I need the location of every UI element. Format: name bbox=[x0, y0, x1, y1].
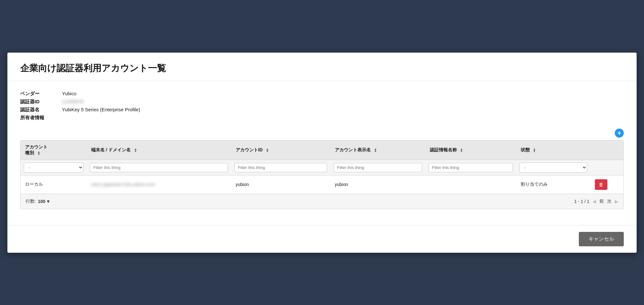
table-filter-row: - bbox=[21, 160, 623, 175]
delete-row-button[interactable]: 🗑 bbox=[595, 179, 607, 190]
filter-domain-input[interactable] bbox=[90, 163, 228, 172]
owner-row: 所有者情報 bbox=[20, 115, 624, 121]
sort-cert-name-icon: ▲▼ bbox=[460, 148, 463, 152]
filter-account-type-select[interactable]: - bbox=[24, 163, 83, 173]
col-header-account-id[interactable]: アカウントID ▲▼ bbox=[231, 140, 330, 160]
filter-status-select[interactable]: - bbox=[519, 163, 587, 173]
cell-action: 🗑 bbox=[590, 175, 623, 194]
cell-cert-name bbox=[425, 175, 516, 194]
modal-container: 企業向け認証器利用アカウント一覧 ベンダー Yubico 認証器ID 12345… bbox=[7, 53, 637, 253]
modal-header: 企業向け認証器利用アカウント一覧 bbox=[7, 53, 637, 81]
sort-domain-icon: ▲▼ bbox=[134, 148, 137, 152]
sort-account-type-icon: ▲▼ bbox=[37, 151, 40, 155]
cancel-button[interactable]: キャンセル bbox=[579, 232, 624, 246]
vendor-label: ベンダー bbox=[20, 91, 62, 97]
vendor-row: ベンダー Yubico bbox=[20, 91, 624, 97]
filter-domain-cell bbox=[87, 160, 231, 175]
rows-per-page-selector[interactable]: 100▼ bbox=[38, 199, 50, 204]
cell-status: 割り当てのみ bbox=[516, 175, 591, 194]
modal-footer: キャンセル bbox=[7, 225, 637, 253]
add-account-button[interactable]: + bbox=[615, 129, 624, 138]
filter-action-cell bbox=[590, 160, 623, 175]
rows-per-page: 行数: 100▼ bbox=[26, 199, 50, 204]
rows-per-page-value: 100 bbox=[38, 199, 45, 204]
pagination: 1 - 1 / 1 ◀ 前 次 ▶ bbox=[574, 199, 618, 204]
filter-account-type-cell: - bbox=[21, 160, 87, 175]
modal-body: ベンダー Yubico 認証器ID 12345678 認証器名 YubiKey … bbox=[7, 81, 637, 225]
col-header-domain[interactable]: 端末名 / ドメイン名 ▲▼ bbox=[87, 140, 231, 160]
filter-cert-name-input[interactable] bbox=[429, 163, 513, 172]
filter-status-cell: - bbox=[516, 160, 591, 175]
col-header-cert-name[interactable]: 認証情報名称 ▲▼ bbox=[425, 140, 516, 160]
accounts-table: アカウント種別 ▲▼ 端末名 / ドメイン名 ▲▼ アカウントID ▲▼ ア bbox=[21, 140, 623, 194]
authenticator-id-value: 12345678 bbox=[62, 99, 83, 104]
sort-display-name-icon: ▲▼ bbox=[374, 148, 377, 152]
authenticator-name-row: 認証器名 YubiKey 5 Series (Enterprise Profil… bbox=[20, 107, 624, 113]
add-button-row: + bbox=[20, 129, 624, 138]
col-header-account-type[interactable]: アカウント種別 ▲▼ bbox=[21, 140, 87, 160]
rows-dropdown-icon: ▼ bbox=[46, 199, 50, 204]
authenticator-id-label: 認証器ID bbox=[20, 99, 62, 105]
sort-status-icon: ▲▼ bbox=[533, 148, 536, 152]
pagination-next-arrow[interactable]: ▶ bbox=[615, 199, 618, 204]
filter-display-name-input[interactable] bbox=[334, 163, 422, 172]
trash-icon: 🗑 bbox=[599, 182, 604, 187]
info-section: ベンダー Yubico 認証器ID 12345678 認証器名 YubiKey … bbox=[20, 91, 624, 121]
sort-account-id-icon: ▲▼ bbox=[266, 148, 269, 152]
filter-cert-name-cell bbox=[425, 160, 516, 175]
filter-display-name-cell bbox=[330, 160, 425, 175]
pagination-prev-arrow[interactable]: ◀ bbox=[593, 199, 596, 204]
cell-account-id: yubion bbox=[231, 175, 330, 194]
authenticator-name-label: 認証器名 bbox=[20, 107, 62, 113]
rows-label: 行数: bbox=[26, 199, 36, 204]
table-container: アカウント種別 ▲▼ 端末名 / ドメイン名 ▲▼ アカウントID ▲▼ ア bbox=[20, 140, 624, 209]
col-header-action bbox=[590, 140, 623, 160]
col-header-display-name[interactable]: アカウント表示名 ▲▼ bbox=[330, 140, 425, 160]
table-body: ローカル user1.japanese-hub.yubion.com yubio… bbox=[21, 175, 623, 194]
vendor-value: Yubico bbox=[62, 91, 76, 96]
filter-account-id-cell bbox=[231, 160, 330, 175]
table-header-row: アカウント種別 ▲▼ 端末名 / ドメイン名 ▲▼ アカウントID ▲▼ ア bbox=[21, 140, 623, 160]
cell-account-type: ローカル bbox=[21, 175, 87, 194]
pagination-prev-label[interactable]: 前 bbox=[599, 199, 604, 204]
cell-domain: user1.japanese-hub.yubion.com bbox=[87, 175, 231, 194]
table-row: ローカル user1.japanese-hub.yubion.com yubio… bbox=[21, 175, 623, 194]
authenticator-id-row: 認証器ID 12345678 bbox=[20, 99, 624, 105]
pagination-next-label[interactable]: 次 bbox=[607, 199, 612, 204]
modal-title: 企業向け認証器利用アカウント一覧 bbox=[20, 62, 624, 74]
owner-label: 所有者情報 bbox=[20, 115, 62, 121]
table-footer: 行数: 100▼ 1 - 1 / 1 ◀ 前 次 ▶ bbox=[21, 194, 623, 209]
filter-account-id-input[interactable] bbox=[234, 163, 327, 172]
col-header-status[interactable]: 状態 ▲▼ bbox=[516, 140, 591, 160]
pagination-info: 1 - 1 / 1 bbox=[574, 199, 589, 204]
cell-display-name: yubion bbox=[330, 175, 425, 194]
authenticator-name-value: YubiKey 5 Series (Enterprise Profile) bbox=[62, 107, 140, 112]
